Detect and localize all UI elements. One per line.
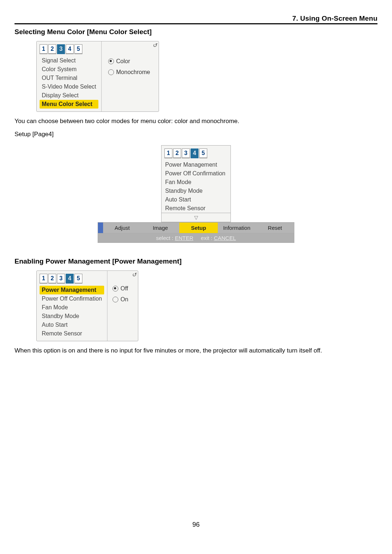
hint-exit-label: exit : xyxy=(201,235,214,241)
tab3-1[interactable]: 1 xyxy=(40,274,48,284)
menu-bar-image[interactable]: Image xyxy=(141,223,179,233)
hint-select-key: ENTER xyxy=(175,235,193,241)
tab-5[interactable]: 5 xyxy=(74,44,82,54)
scroll-down-icon[interactable]: ▽ xyxy=(161,213,231,222)
radio-monochrome-label: Monochrome xyxy=(116,69,150,76)
note-power-management: When this option is on and there is no i… xyxy=(15,347,377,354)
redo-icon: ↺ xyxy=(132,272,136,278)
tab3-3[interactable]: 3 xyxy=(57,274,65,284)
radio-on-label: On xyxy=(121,296,128,303)
menu-item-standby-mode[interactable]: Standby Mode xyxy=(40,312,104,321)
menu-item-svideo-mode[interactable]: S-Video Mode Select xyxy=(40,82,98,91)
menu-bar-strip xyxy=(98,223,103,233)
menu-item-power-management[interactable]: Power Management xyxy=(162,160,230,169)
radio-off-label: Off xyxy=(121,285,128,292)
menu-bar-adjust[interactable]: Adjust xyxy=(103,223,141,233)
menu-bar-information[interactable]: Information xyxy=(218,223,256,233)
menu-item-menu-color-select[interactable]: Menu Color Select xyxy=(40,100,98,109)
menu-bar-reset[interactable]: Reset xyxy=(256,223,294,233)
hint-select-label: select : xyxy=(156,235,175,241)
setup-tabs: 1 2 3 4 5 xyxy=(40,274,104,284)
tab3-5[interactable]: 5 xyxy=(74,274,82,284)
menu-item-display-select[interactable]: Display Select xyxy=(40,91,98,100)
menu-item-power-off-confirmation[interactable]: Power Off Confirmation xyxy=(40,294,104,303)
menu-item-remote-sensor[interactable]: Remote Sensor xyxy=(40,329,104,338)
radio-on[interactable]: On xyxy=(111,294,133,305)
tab-3[interactable]: 3 xyxy=(57,44,65,54)
menu-item-out-terminal[interactable]: OUT Terminal xyxy=(40,74,98,82)
menu-item-power-off-confirmation[interactable]: Power Off Confirmation xyxy=(162,169,230,178)
radio-selected-icon xyxy=(108,58,114,64)
section-heading-2: Enabling Power Management [Power Managem… xyxy=(15,257,377,265)
menu-item-remote-sensor[interactable]: Remote Sensor xyxy=(162,204,230,213)
tab3-2[interactable]: 2 xyxy=(48,274,56,284)
section-heading-1: Selecting Menu Color [Menu Color Select] xyxy=(15,28,377,36)
menu-item-fan-mode[interactable]: Fan Mode xyxy=(40,303,104,312)
tab2-5[interactable]: 5 xyxy=(199,148,207,158)
tab-4[interactable]: 4 xyxy=(66,44,74,54)
tab2-4[interactable]: 4 xyxy=(191,148,199,158)
redo-icon: ↺ xyxy=(152,42,157,49)
menu-item-signal-select[interactable]: Signal Select xyxy=(40,56,98,65)
hint-exit-key: CANCEL xyxy=(214,235,236,241)
note-menu-color: You can choose between two color modes f… xyxy=(15,118,377,125)
radio-selected-icon xyxy=(113,286,118,292)
tab3-4[interactable]: 4 xyxy=(66,274,74,284)
figure-setup-page4: 1 2 3 4 5 Power Management Power Off Con… xyxy=(15,145,377,243)
radio-unselected-icon xyxy=(113,297,118,302)
setup-page-label: Setup [Page4] xyxy=(15,131,377,138)
menu-bar-setup[interactable]: Setup xyxy=(179,223,217,233)
radio-color-label: Color xyxy=(116,58,130,65)
figure-power-management: ↺ 1 2 3 4 5 Power Management Power Off C… xyxy=(36,270,377,341)
tab-2[interactable]: 2 xyxy=(48,44,56,54)
radio-monochrome[interactable]: Monochrome xyxy=(107,67,151,78)
radio-off[interactable]: Off xyxy=(111,283,133,294)
figure-menu-color-select: ↺ 1 2 3 4 5 Signal Select Color System O… xyxy=(36,41,377,112)
tab2-3[interactable]: 3 xyxy=(182,148,190,158)
menu-item-auto-start[interactable]: Auto Start xyxy=(40,321,104,329)
setup-tabs: 1 2 3 4 5 xyxy=(40,44,98,54)
menu-item-power-management[interactable]: Power Management xyxy=(40,286,104,294)
menu-item-fan-mode[interactable]: Fan Mode xyxy=(162,178,230,187)
radio-color[interactable]: Color xyxy=(107,56,151,67)
tab-1[interactable]: 1 xyxy=(40,44,48,54)
page: 7. Using On-Screen Menu Selecting Menu C… xyxy=(0,0,392,537)
chapter-header: 7. Using On-Screen Menu xyxy=(15,15,377,24)
page-number: 96 xyxy=(0,521,392,529)
tab2-1[interactable]: 1 xyxy=(164,148,172,158)
menu-item-standby-mode[interactable]: Standby Mode xyxy=(162,187,230,195)
hint-bar: select : ENTER exit : CANCEL xyxy=(98,233,294,243)
menu-item-auto-start[interactable]: Auto Start xyxy=(162,195,230,204)
tab2-2[interactable]: 2 xyxy=(173,148,181,158)
radio-unselected-icon xyxy=(108,69,114,75)
main-menu-bar: Adjust Image Setup Information Reset xyxy=(98,222,294,233)
menu-item-color-system[interactable]: Color System xyxy=(40,65,98,74)
